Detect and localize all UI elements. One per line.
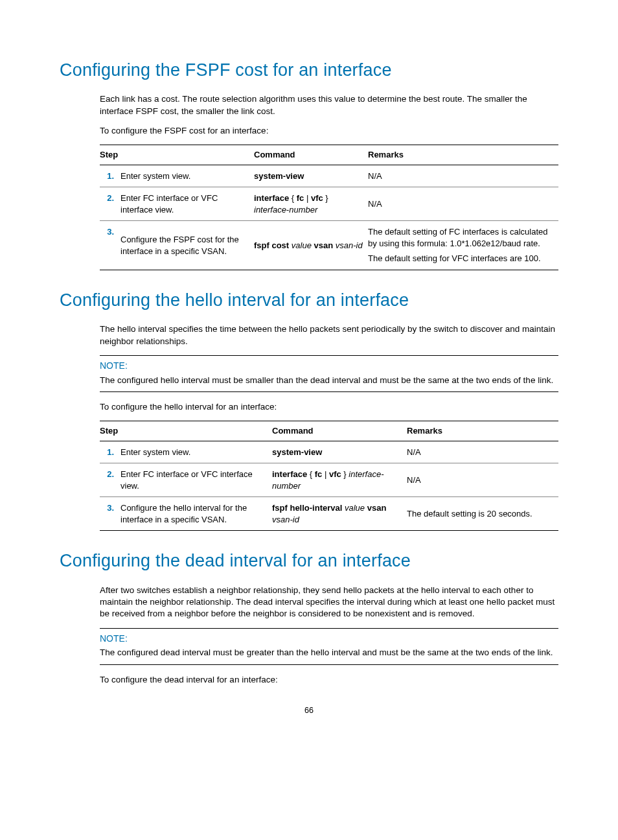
step-number: 1. — [100, 441, 120, 463]
command-cell: interface { fc | vfc } interface-number — [254, 187, 368, 221]
paragraph: To configure the FSPF cost for an interf… — [60, 125, 558, 137]
step-description: Enter system view. — [120, 165, 254, 187]
col-header-step: Step — [100, 145, 254, 165]
remarks-cell: The default setting of FC interfaces is … — [368, 221, 558, 270]
table-row: 1.Enter system view.system-viewN/A — [100, 165, 558, 187]
col-header-command: Command — [272, 421, 407, 441]
table-row: 2.Enter FC interface or VFC interface vi… — [100, 187, 558, 221]
paragraph: To configure the dead interval for an in… — [60, 674, 558, 686]
heading-fspf-cost: Configuring the FSPF cost for an interfa… — [60, 58, 558, 82]
heading-dead-interval: Configuring the dead interval for an int… — [60, 549, 558, 572]
step-description: Configure the hello interval for the int… — [120, 497, 272, 531]
paragraph: Each link has a cost. The route selectio… — [60, 93, 558, 117]
table-row: 1.Enter system view.system-viewN/A — [100, 441, 558, 463]
table-hello-interval: Step Command Remarks 1.Enter system view… — [100, 421, 558, 531]
step-number: 3. — [100, 497, 120, 531]
paragraph: After two switches establish a neighbor … — [60, 585, 558, 620]
note-label: NOTE: — [100, 360, 558, 372]
table-header-row: Step Command Remarks — [100, 145, 558, 165]
remarks-cell: N/A — [407, 441, 558, 463]
table-body: 1.Enter system view.system-viewN/A2.Ente… — [100, 165, 558, 270]
note-block: NOTE: The configured hello interval must… — [100, 355, 558, 392]
table-row: 3.Configure the hello interval for the i… — [100, 497, 558, 531]
step-number: 1. — [100, 165, 120, 187]
col-header-remarks: Remarks — [368, 145, 558, 165]
note-text: The configured hello interval must be sm… — [100, 375, 558, 386]
command-cell: fspf hello-interval value vsan vsan-id — [272, 497, 407, 531]
step-description: Configure the FSPF cost for the interfac… — [120, 221, 254, 270]
table-header-row: Step Command Remarks — [100, 421, 558, 441]
note-text: The configured dead interval must be gre… — [100, 647, 558, 659]
step-description: Enter system view. — [120, 441, 272, 463]
paragraph: The hello interval specifies the time be… — [60, 323, 558, 347]
command-cell: system-view — [272, 441, 407, 463]
col-header-command: Command — [254, 145, 368, 165]
page-number: 66 — [60, 705, 558, 716]
step-number: 2. — [100, 187, 120, 221]
heading-hello-interval: Configuring the hello interval for an in… — [60, 288, 558, 312]
remarks-cell: N/A — [407, 463, 558, 497]
remarks-cell: N/A — [368, 165, 558, 187]
step-number: 2. — [100, 463, 120, 497]
table-row: 2.Enter FC interface or VFC interface vi… — [100, 463, 558, 497]
paragraph: To configure the hello interval for an i… — [60, 401, 558, 413]
step-number: 3. — [100, 221, 120, 270]
step-description: Enter FC interface or VFC interface view… — [120, 463, 272, 497]
command-cell: fspf cost value vsan vsan-id — [254, 221, 368, 270]
col-header-remarks: Remarks — [407, 421, 558, 441]
command-cell: interface { fc | vfc } interface-number — [272, 463, 407, 497]
table-body: 1.Enter system view.system-viewN/A2.Ente… — [100, 441, 558, 531]
table-fspf-cost: Step Command Remarks 1.Enter system view… — [100, 145, 558, 270]
remarks-cell: N/A — [368, 187, 558, 221]
table-row: 3.Configure the FSPF cost for the interf… — [100, 221, 558, 270]
note-label: NOTE: — [100, 633, 558, 645]
note-block: NOTE: The configured dead interval must … — [100, 628, 558, 665]
remarks-cell: The default setting is 20 seconds. — [407, 497, 558, 531]
command-cell: system-view — [254, 165, 368, 187]
step-description: Enter FC interface or VFC interface view… — [120, 187, 254, 221]
col-header-step: Step — [100, 421, 272, 441]
